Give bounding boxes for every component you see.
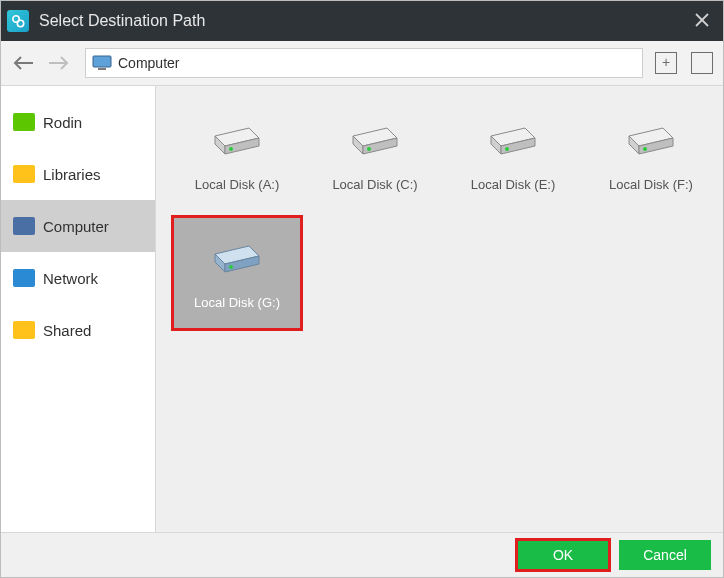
close-icon <box>695 13 709 27</box>
svg-point-1 <box>17 20 23 26</box>
svg-point-19 <box>505 147 509 151</box>
toolbar-buttons <box>643 52 713 74</box>
shared-icon <box>13 321 35 339</box>
svg-rect-7 <box>98 68 106 70</box>
drive-label: Local Disk (G:) <box>194 295 280 310</box>
view-mode-button[interactable] <box>691 52 713 74</box>
drive-item-f[interactable]: Local Disk (F:) <box>586 98 716 212</box>
network-icon <box>13 269 35 287</box>
sidebar-item-shared[interactable]: Shared <box>1 304 155 356</box>
toolbar: Computer <box>1 41 723 86</box>
dialog-body: Rodin Libraries Computer Network Shared <box>1 86 723 532</box>
breadcrumb-text: Computer <box>118 55 179 71</box>
sidebar-item-label: Rodin <box>43 114 82 131</box>
svg-point-23 <box>643 147 647 151</box>
drive-label: Local Disk (F:) <box>609 177 693 192</box>
content-pane: Local Disk (A:) Local Disk (C:) <box>156 86 723 532</box>
svg-point-27 <box>229 265 233 269</box>
disk-icon <box>207 236 267 281</box>
drive-item-a[interactable]: Local Disk (A:) <box>172 98 302 212</box>
ok-button[interactable]: OK <box>517 540 609 570</box>
svg-rect-6 <box>93 56 111 67</box>
disk-icon <box>483 118 543 163</box>
new-folder-button[interactable] <box>655 52 677 74</box>
libraries-icon <box>13 165 35 183</box>
drive-grid: Local Disk (A:) Local Disk (C:) <box>156 98 723 334</box>
computer-icon <box>92 55 112 71</box>
drive-item-g[interactable]: Local Disk (G:) <box>172 216 302 330</box>
sidebar-item-label: Computer <box>43 218 109 235</box>
drive-item-e[interactable]: Local Disk (E:) <box>448 98 578 212</box>
drive-label: Local Disk (A:) <box>195 177 280 192</box>
disk-icon <box>345 118 405 163</box>
cancel-button[interactable]: Cancel <box>619 540 711 570</box>
sidebar-item-network[interactable]: Network <box>1 252 155 304</box>
drive-item-c[interactable]: Local Disk (C:) <box>310 98 440 212</box>
footer: OK Cancel <box>1 532 723 577</box>
svg-point-11 <box>229 147 233 151</box>
nav-forward-button[interactable] <box>41 45 77 81</box>
app-icon <box>7 10 29 32</box>
computer-icon <box>13 217 35 235</box>
sidebar-item-rodin[interactable]: Rodin <box>1 96 155 148</box>
address-bar[interactable]: Computer <box>85 48 643 78</box>
arrow-left-icon <box>11 55 35 71</box>
dialog-window: Select Destination Path Computer <box>0 0 724 578</box>
titlebar: Select Destination Path <box>1 1 723 41</box>
user-icon <box>13 113 35 131</box>
sidebar-item-label: Shared <box>43 322 91 339</box>
sidebar-item-label: Libraries <box>43 166 101 183</box>
drive-label: Local Disk (E:) <box>471 177 556 192</box>
dialog-title: Select Destination Path <box>39 12 689 30</box>
sidebar-item-label: Network <box>43 270 98 287</box>
drive-label: Local Disk (C:) <box>332 177 417 192</box>
nav-back-button[interactable] <box>5 45 41 81</box>
disk-icon <box>207 118 267 163</box>
arrow-right-icon <box>47 55 71 71</box>
sidebar-item-libraries[interactable]: Libraries <box>1 148 155 200</box>
svg-point-15 <box>367 147 371 151</box>
sidebar-item-computer[interactable]: Computer <box>1 200 155 252</box>
close-button[interactable] <box>689 11 715 32</box>
sidebar: Rodin Libraries Computer Network Shared <box>1 86 156 532</box>
disk-icon <box>621 118 681 163</box>
